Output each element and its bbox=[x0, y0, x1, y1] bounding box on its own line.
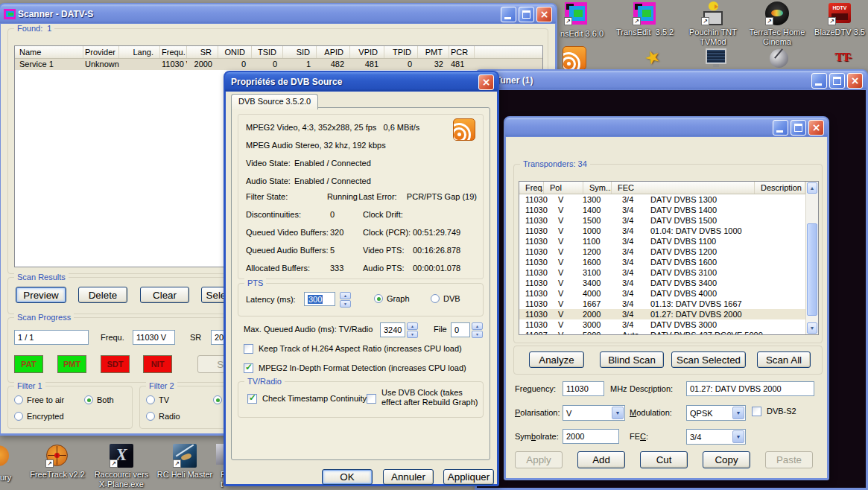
technotrend-icon[interactable]: TT- bbox=[831, 46, 855, 70]
latency-field[interactable]: 300 bbox=[304, 292, 335, 306]
desktop-icon-transedit-360[interactable]: nsEdit 3.6.0 bbox=[554, 27, 609, 39]
file-stepper[interactable]: ▲▼ bbox=[472, 322, 483, 337]
transponder-row[interactable]: 11030 V 1667 3/4 01.13: DATV DVBS 1667 bbox=[519, 299, 805, 309]
desktop-icon-terratec[interactable]: ↗ TerraTec HomeCinema bbox=[749, 1, 805, 47]
graph-radio[interactable]: Graph bbox=[374, 294, 410, 303]
scan-all-button[interactable]: Scan All bbox=[757, 351, 811, 368]
transponder-row[interactable]: 11030 V 1600 3/4 DATV DVBS 1600 bbox=[519, 257, 805, 267]
copy-button[interactable]: Copy bbox=[703, 451, 750, 468]
analyze-button[interactable]: Analyze bbox=[529, 351, 584, 368]
transponder-row[interactable]: 11087 V 5000 Auto DATV DVBS 437 DG0VE 50… bbox=[519, 330, 805, 334]
dvbsource-icon[interactable] bbox=[563, 46, 586, 70]
apply-button[interactable]: Apply bbox=[515, 451, 563, 468]
transponders-list[interactable]: Freq...PolSym...FECDescription 11030 V 1… bbox=[519, 181, 819, 335]
close-button[interactable]: × bbox=[478, 74, 494, 90]
dvbclock-checkbox[interactable]: Use DVB Clock (takes effect after Rebuil… bbox=[367, 388, 483, 407]
transponder-row[interactable]: 11030 V 4000 3/4 DATV DVBS 4000 bbox=[519, 288, 805, 299]
header-cell[interactable]: ONID bbox=[218, 46, 252, 58]
header-cell[interactable]: Description bbox=[755, 182, 805, 194]
desktop-icon-pouchin[interactable]: ↗ Pouchin TNTTVMod bbox=[685, 1, 741, 47]
header-cell[interactable]: Provider bbox=[83, 46, 119, 58]
mpeg2-checkbox[interactable]: MPEG2 In-Depth Format Detection (increas… bbox=[244, 363, 482, 373]
scanner-titlebar[interactable]: Scanner - DATV-S × bbox=[0, 4, 556, 24]
file-field[interactable]: 0 bbox=[451, 322, 470, 337]
transponder-row[interactable]: 11030 V 1500 3/4 DATV DVBS 1500 bbox=[519, 215, 805, 226]
header-cell[interactable]: TSID bbox=[252, 46, 283, 58]
header-cell[interactable]: SR bbox=[187, 46, 218, 58]
transponder-row[interactable]: 11030 V 3400 3/4 DATV DVBS 3400 bbox=[519, 278, 805, 288]
chevron-down-icon[interactable]: ▼ bbox=[612, 407, 624, 419]
satellite-dish-icon[interactable] bbox=[767, 46, 791, 70]
header-cell[interactable]: FEC bbox=[612, 182, 755, 194]
apply-button[interactable]: Appliquer bbox=[443, 469, 494, 485]
tv-radio[interactable]: TV bbox=[146, 395, 169, 404]
service-row[interactable]: Service 1Unknown11030 V20000014824810324… bbox=[15, 59, 542, 70]
scroll-down-icon[interactable]: ▼ bbox=[807, 322, 817, 334]
header-cell[interactable]: Frequ. bbox=[160, 46, 187, 58]
header-cell[interactable]: Lang. bbox=[119, 46, 160, 58]
header-cell[interactable]: TPID bbox=[384, 46, 418, 58]
progress-field[interactable]: 1 / 1 bbox=[14, 330, 89, 345]
scroll-up-icon[interactable]: ▲ bbox=[807, 182, 817, 194]
minimize-button[interactable] bbox=[501, 7, 516, 22]
transponder-row[interactable]: 11030 V 1000 3/4 01.04: DATV DVBS 1000 bbox=[519, 226, 805, 236]
header-cell[interactable]: Freq... bbox=[519, 182, 544, 194]
transponder-row[interactable]: 11030 V 3100 3/4 DATV DVBS 3100 bbox=[519, 267, 805, 278]
preview-button[interactable]: Preview bbox=[16, 287, 66, 303]
desktop-icon-blazedtv[interactable]: HDTV ↗ BlazeDTV 3.5 bbox=[811, 1, 868, 37]
chevron-down-icon[interactable]: ▼ bbox=[732, 430, 744, 443]
frequency-field[interactable]: 11030 bbox=[563, 381, 604, 396]
transponder-row[interactable]: 11030 V 1100 3/4 DATV DVBS 1100 bbox=[519, 236, 805, 246]
transponder-row[interactable]: 11030 V 1200 3/4 DATV DVBS 1200 bbox=[519, 246, 805, 257]
scrollbar[interactable]: ▲ ▼ bbox=[805, 182, 818, 334]
radio-radio[interactable]: Radio bbox=[146, 412, 180, 421]
both-radio[interactable]: Both bbox=[84, 395, 114, 404]
dialog-titlebar[interactable]: Propriétés de DVB Source × bbox=[225, 72, 498, 92]
latency-stepper[interactable]: ▲▼ bbox=[340, 292, 351, 306]
description-field[interactable]: 01.27: DATV DVBS 2000 bbox=[686, 381, 814, 396]
transponder-row[interactable]: 11030 V 3000 3/4 DATV DVBS 3000 bbox=[519, 319, 805, 330]
close-button[interactable]: × bbox=[847, 73, 863, 89]
paste-button[interactable]: Paste bbox=[765, 451, 813, 468]
chevron-down-icon[interactable]: ▼ bbox=[732, 407, 744, 419]
desktop-icon-freetrack[interactable]: ↗ FreeTrack v2.2 bbox=[20, 444, 95, 480]
minimize-button[interactable] bbox=[773, 120, 788, 136]
modulation-select[interactable]: QPSK▼ bbox=[686, 405, 746, 421]
magic-wand-icon[interactable]: ★ bbox=[641, 46, 665, 70]
dvbs2-checkbox[interactable]: DVB-S2 bbox=[752, 407, 796, 416]
encrypted-radio[interactable]: Encrypted bbox=[14, 412, 64, 421]
transponder-row[interactable]: 11030 V 2000 3/4 01.27: DATV DVBS 2000 bbox=[519, 309, 805, 319]
header-cell[interactable]: VPID bbox=[350, 46, 384, 58]
tab-dvb-source[interactable]: DVB Source 3.5.2.0 bbox=[231, 94, 318, 109]
cancel-button[interactable]: Annuler bbox=[383, 469, 434, 485]
header-cell[interactable]: SID bbox=[283, 46, 317, 58]
polarisation-select[interactable]: V▼ bbox=[563, 405, 625, 421]
transponder-row[interactable]: 11030 V 1400 3/4 DATV DVBS 1400 bbox=[519, 205, 805, 215]
monitor-icon[interactable] bbox=[704, 46, 728, 70]
free-to-air-radio[interactable]: Free to air bbox=[14, 395, 64, 404]
scan-selected-button[interactable]: Scan Selected bbox=[671, 351, 746, 368]
scroll-thumb[interactable] bbox=[807, 223, 817, 316]
clear-button[interactable]: Clear bbox=[140, 287, 189, 303]
transedit-360-icon[interactable]: ↗ bbox=[564, 1, 588, 25]
add-button[interactable]: Add bbox=[577, 451, 625, 468]
blind-scan-button[interactable]: Blind Scan bbox=[600, 351, 664, 368]
header-cell[interactable]: PCR bbox=[449, 46, 475, 58]
ok-button[interactable]: OK bbox=[322, 469, 373, 485]
settings-titlebar[interactable]: × bbox=[505, 118, 828, 137]
max-queued-tv-stepper[interactable]: ▲▼ bbox=[407, 322, 418, 337]
close-button[interactable]: × bbox=[536, 7, 552, 22]
header-cell[interactable]: APID bbox=[317, 46, 350, 58]
max-queued-tv-field[interactable]: 3240 bbox=[380, 322, 405, 337]
fec-select[interactable]: 3/4▼ bbox=[686, 429, 746, 445]
header-cell[interactable]: Name bbox=[15, 46, 83, 58]
delete-button[interactable]: Delete bbox=[78, 287, 127, 303]
timestamp-checkbox[interactable]: Check Timestamp Continuity bbox=[247, 394, 367, 404]
header-cell[interactable]: PMT bbox=[418, 46, 449, 58]
cut-button[interactable]: Cut bbox=[640, 451, 688, 468]
h264-checkbox[interactable]: Keep Track of H.264 Aspect Ratio (increa… bbox=[244, 344, 482, 354]
maximize-button[interactable] bbox=[519, 7, 534, 22]
dvb-radio[interactable]: DVB bbox=[431, 294, 460, 303]
minimize-button[interactable] bbox=[811, 73, 827, 89]
header-cell[interactable]: Sym... bbox=[583, 182, 612, 194]
